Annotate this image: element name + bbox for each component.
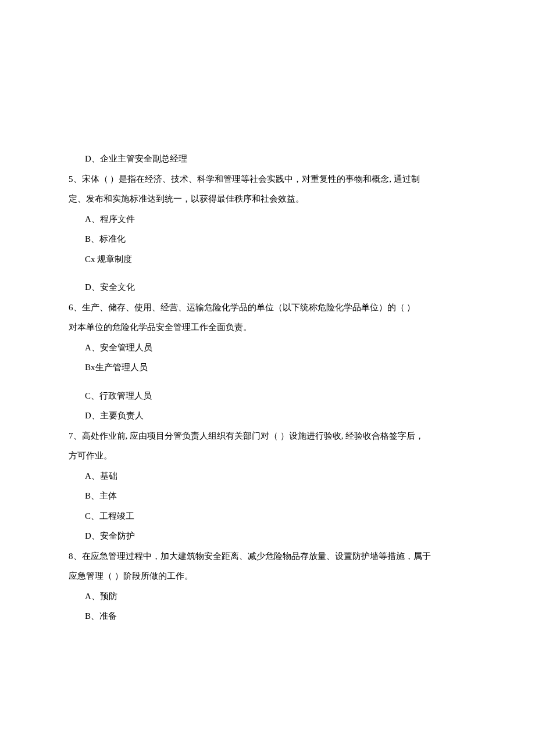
q7-option-c: C、工程竣工 bbox=[69, 506, 466, 526]
q5-option-d: D、安全文化 bbox=[69, 277, 466, 298]
q8-stem-line-1: 8、在应急管理过程中，加大建筑物安全距离、减少危险物品存放量、设置防护墙等措施，… bbox=[69, 546, 466, 567]
q7-option-b: B、主体 bbox=[69, 486, 466, 506]
q5-stem-line-1: 5、宋体（ ）是指在经济、技术、科学和管理等社会实践中，对重复性的事物和概念, … bbox=[69, 169, 466, 189]
q5-stem-line-2: 定、发布和实施标准达到统一，以获得最佳秩序和社会效益。 bbox=[69, 189, 466, 209]
q5-option-a: A、程序文件 bbox=[69, 209, 466, 230]
q4-option-d: D、企业主管安全副总经理 bbox=[69, 149, 466, 169]
q7-stem-line-1: 7、高处作业前, 应由项目分管负责人组织有关部门对（ ）设施进行验收, 经验收合… bbox=[69, 426, 466, 446]
q6-option-a: A、安全管理人员 bbox=[69, 338, 466, 358]
q8-stem-line-2: 应急管理（ ）阶段所做的工作。 bbox=[69, 566, 466, 586]
q6-stem-line-2: 对本单位的危险化学品安全管理工作全面负责。 bbox=[69, 317, 466, 338]
q7-option-d: D、安全防护 bbox=[69, 526, 466, 546]
q7-option-a: A、基础 bbox=[69, 466, 466, 486]
q5-option-b: B、标准化 bbox=[69, 229, 466, 249]
q6-stem-line-1: 6、生产、储存、使用、经营、运输危险化学品的单位（以下统称危险化学品单位）的（ … bbox=[69, 298, 466, 318]
q8-option-b: B、准备 bbox=[69, 606, 466, 626]
q8-option-a: A、预防 bbox=[69, 586, 466, 607]
q7-stem-line-2: 方可作业。 bbox=[69, 446, 466, 466]
q6-option-c: C、行政管理人员 bbox=[69, 386, 466, 406]
q6-option-d: D、主要负责人 bbox=[69, 406, 466, 426]
q6-option-b: Bx生产管理人员 bbox=[69, 357, 466, 378]
q5-option-c: Cx 规章制度 bbox=[69, 249, 466, 270]
